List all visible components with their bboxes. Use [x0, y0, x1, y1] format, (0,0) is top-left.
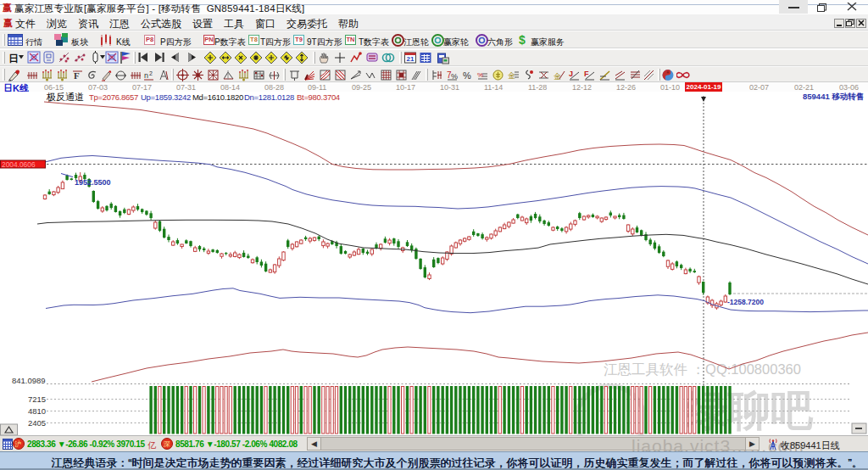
svg-text:J: J	[569, 70, 573, 78]
svg-text:Up=1859.3242: Up=1859.3242	[141, 92, 191, 102]
svg-text:4810: 4810	[28, 406, 46, 416]
svg-text:841.0989: 841.0989	[12, 376, 46, 385]
svg-text:7215: 7215	[28, 394, 46, 404]
svg-text:金: 金	[508, 71, 515, 80]
svg-text:n: n	[144, 71, 148, 80]
svg-text:Dn=1281.0128: Dn=1281.0128	[244, 92, 294, 102]
svg-text:-1258.7200: -1258.7200	[727, 298, 764, 306]
svg-text:2: 2	[149, 70, 153, 76]
svg-text:深: 深	[164, 440, 170, 448]
svg-text:Bt=980.3704: Bt=980.3704	[297, 92, 340, 102]
svg-text:1952.5500: 1952.5500	[75, 178, 111, 187]
svg-text:%: %	[463, 70, 471, 81]
svg-text:金: 金	[554, 72, 561, 81]
svg-text:2004.0606: 2004.0606	[2, 160, 36, 169]
svg-text:%: %	[477, 71, 483, 79]
svg-text:Tp=2076.8657: Tp=2076.8657	[89, 92, 138, 102]
svg-text:859441 移动转售: 859441 移动转售	[803, 92, 864, 101]
svg-text:F: F	[74, 70, 80, 81]
svg-text:Md=1610.1820: Md=1610.1820	[192, 92, 243, 102]
svg-text:江恩工具软件 ：QQ:100800360: 江恩工具软件 ：QQ:100800360	[604, 361, 801, 377]
svg-text:21: 21	[407, 55, 415, 63]
svg-text:极反通道: 极反通道	[46, 92, 84, 102]
svg-text:2405: 2405	[28, 418, 46, 428]
svg-text:沪: 沪	[14, 440, 22, 448]
